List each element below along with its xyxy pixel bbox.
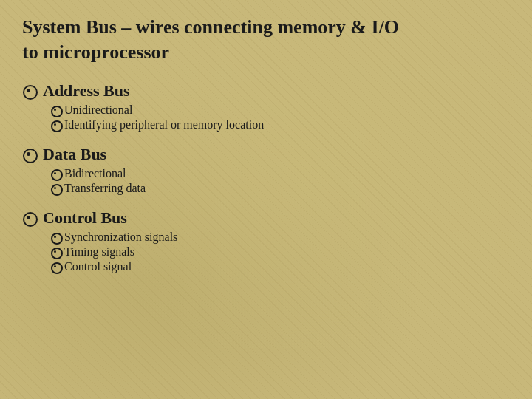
bullet-sub-control-bus-1 [50,247,61,257]
sub-item-control-bus-1: Timing signals [50,245,510,259]
section-label-control-bus: Control Bus [22,208,510,228]
title-line1: System Bus – wires connecting memory & I… [22,16,399,38]
section-data-bus: Data BusBidirectionalTransferring data [22,145,510,195]
title-line2: to microprocessor [22,41,169,63]
sub-item-text-address-bus-1: Identifying peripheral or memory locatio… [64,118,264,132]
bullet-sub-address-bus-1 [50,120,61,130]
bullet-sub-control-bus-2 [50,262,61,272]
bullet-main-control-bus [22,211,35,225]
main-list: Address BusUnidirectionalIdentifying per… [22,81,510,273]
bullet-sub-data-bus-1 [50,183,61,194]
section-title-address-bus: Address Bus [43,81,130,100]
section-label-address-bus: Address Bus [22,81,510,100]
slide-title: System Bus – wires connecting memory & I… [22,15,510,65]
section-control-bus: Control BusSynchronization signalsTiming… [22,208,510,273]
bullet-sub-data-bus-0 [50,168,61,179]
sub-item-address-bus-0: Unidirectional [50,103,510,117]
section-label-data-bus: Data Bus [22,145,510,164]
sub-list-data-bus: BidirectionalTransferring data [22,167,510,195]
sub-item-address-bus-1: Identifying peripheral or memory locatio… [50,118,510,132]
section-title-control-bus: Control Bus [43,208,127,228]
sub-item-text-control-bus-0: Synchronization signals [64,231,177,244]
section-address-bus: Address BusUnidirectionalIdentifying per… [22,81,510,132]
sub-item-text-address-bus-0: Unidirectional [64,103,132,117]
slide: System Bus – wires connecting memory & I… [0,0,532,399]
section-title-data-bus: Data Bus [43,145,106,164]
bullet-sub-address-bus-0 [50,105,61,115]
sub-list-control-bus: Synchronization signalsTiming signalsCon… [22,231,510,273]
sub-item-text-control-bus-1: Timing signals [64,245,134,259]
sub-item-control-bus-0: Synchronization signals [50,231,510,244]
bullet-main-address-bus [22,84,35,98]
bullet-sub-control-bus-0 [50,232,61,242]
sub-item-text-control-bus-2: Control signal [64,260,132,273]
bullet-main-data-bus [22,148,35,161]
sub-item-text-data-bus-0: Bidirectional [64,167,126,180]
sub-item-data-bus-1: Transferring data [50,182,510,195]
sub-item-text-data-bus-1: Transferring data [64,182,146,195]
sub-item-data-bus-0: Bidirectional [50,167,510,180]
sub-item-control-bus-2: Control signal [50,260,510,273]
sub-list-address-bus: UnidirectionalIdentifying peripheral or … [22,103,510,132]
